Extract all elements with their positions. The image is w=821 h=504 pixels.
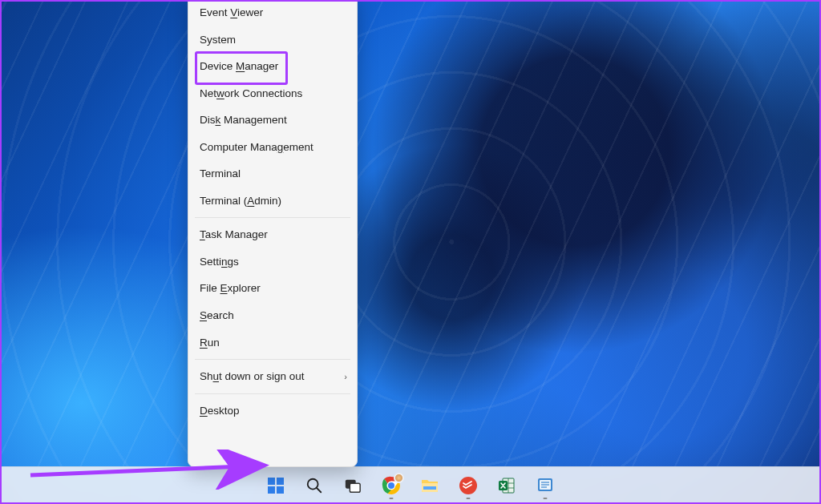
excel-icon	[497, 476, 516, 495]
svg-point-14	[459, 477, 477, 494]
todoist-icon	[459, 476, 478, 495]
file-explorer-button[interactable]	[414, 470, 446, 502]
svg-rect-3	[268, 486, 275, 494]
menu-separator	[195, 217, 350, 218]
menu-item-label: Search	[200, 309, 234, 321]
menu-item-label: Disk Management	[200, 114, 287, 126]
chevron-right-icon: ›	[344, 371, 347, 382]
svg-rect-4	[277, 486, 284, 494]
menu-item-label: Run	[200, 337, 220, 349]
search-button[interactable]	[298, 470, 330, 502]
menu-item-label: Terminal	[200, 167, 241, 179]
menu-item-terminal[interactable]: Terminal	[188, 160, 357, 187]
menu-item-disk-management[interactable]: Disk Management	[188, 107, 357, 134]
menu-separator	[195, 393, 350, 394]
menu-item-terminal-admin[interactable]: Terminal (Admin)	[188, 187, 357, 215]
menu-item-label: Terminal (Admin)	[200, 195, 281, 207]
menu-item-task-manager[interactable]: Task Manager	[188, 221, 357, 248]
menu-item-label: Computer Management	[200, 141, 313, 153]
menu-item-settings[interactable]: Settings	[188, 248, 357, 276]
start-button[interactable]	[260, 470, 292, 502]
menu-item-system[interactable]: System	[188, 26, 357, 54]
svg-rect-2	[277, 478, 284, 485]
menu-item-desktop[interactable]: Desktop	[188, 397, 357, 425]
wordpad-icon	[536, 477, 555, 494]
svg-rect-8	[350, 483, 360, 492]
menu-item-event-viewer[interactable]: Event Viewer	[188, 0, 357, 26]
menu-item-run[interactable]: Run	[188, 329, 357, 357]
excel-button[interactable]	[491, 470, 523, 502]
menu-item-label: Device Manager	[200, 60, 278, 72]
menu-item-file-explorer[interactable]: File Explorer	[188, 275, 357, 302]
chrome-profile-badge	[394, 473, 404, 483]
svg-line-6	[317, 488, 322, 493]
menu-item-label: System	[200, 34, 236, 46]
menu-item-label: Event Viewer	[200, 6, 263, 18]
svg-rect-13	[423, 486, 436, 490]
file-explorer-icon	[420, 477, 439, 494]
menu-item-computer-management[interactable]: Computer Management	[188, 134, 357, 161]
svg-point-11	[388, 482, 394, 489]
search-icon	[305, 477, 323, 494]
taskbar	[0, 466, 821, 504]
wordpad-button[interactable]	[529, 470, 561, 502]
svg-rect-1	[268, 478, 275, 485]
menu-item-label: Settings	[200, 256, 239, 268]
desktop-wallpaper	[0, 0, 821, 504]
menu-item-device-manager[interactable]: Device Manager	[188, 53, 357, 80]
todoist-button[interactable]	[452, 470, 484, 502]
menu-item-label: Desktop	[200, 405, 240, 417]
winx-context-menu: Event ViewerSystemDevice ManagerNetwork …	[188, 0, 358, 467]
menu-item-shut-down-or-sign-out[interactable]: Shut down or sign out›	[188, 363, 357, 390]
chrome-button[interactable]	[375, 470, 407, 502]
menu-item-search[interactable]: Search	[188, 302, 357, 329]
menu-item-network-connections[interactable]: Network Connections	[188, 80, 357, 107]
task-view-icon	[344, 477, 362, 494]
menu-separator	[195, 359, 350, 360]
menu-item-label: Task Manager	[200, 228, 268, 240]
menu-item-label: Network Connections	[200, 87, 302, 99]
menu-item-label: Shut down or sign out	[200, 370, 305, 382]
task-view-button[interactable]	[337, 470, 369, 502]
menu-item-label: File Explorer	[200, 282, 261, 294]
